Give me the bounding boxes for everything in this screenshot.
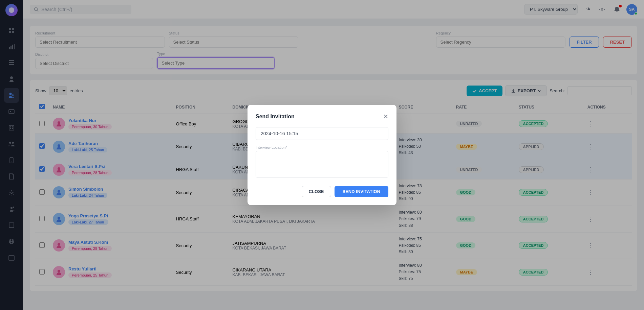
modal-close-x[interactable]: ✕ xyxy=(383,113,388,120)
modal-header: Send Invitation ✕ xyxy=(256,113,388,120)
send-invitation-modal: Send Invitation ✕ Interview Location* CL… xyxy=(248,105,396,205)
modal-footer: CLOSE SEND INVITATION xyxy=(256,186,388,197)
modal-date-input[interactable] xyxy=(256,127,388,140)
modal-location-label: Interview Location* xyxy=(256,145,388,149)
modal-title: Send Invitation xyxy=(256,114,295,120)
modal-send-button[interactable]: SEND INVITATION xyxy=(335,186,388,197)
modal-close-button[interactable]: CLOSE xyxy=(302,186,331,197)
modal-overlay[interactable]: Send Invitation ✕ Interview Location* CL… xyxy=(0,0,644,310)
modal-location-field: Interview Location* xyxy=(256,145,388,179)
modal-date-field xyxy=(256,127,388,140)
modal-location-input[interactable] xyxy=(256,151,388,178)
